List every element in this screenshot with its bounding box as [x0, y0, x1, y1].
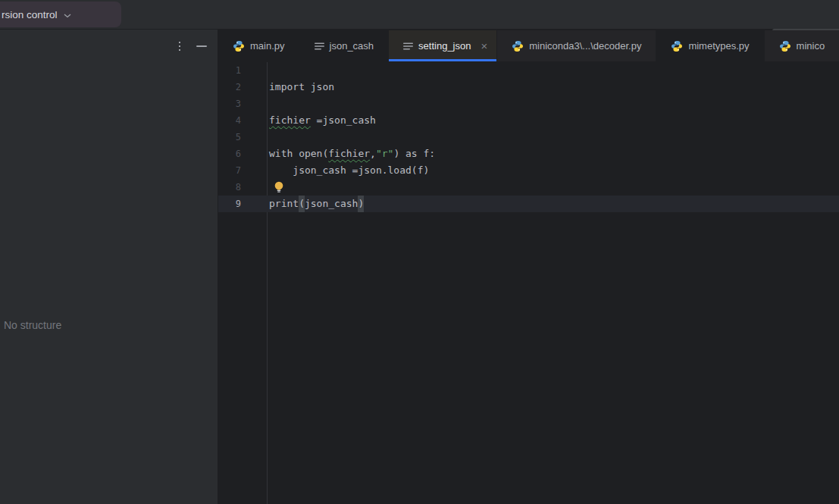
version-control-label: rsion control	[2, 9, 58, 20]
line-number: 2	[218, 79, 267, 95]
line-content: import json	[267, 79, 334, 95]
line-number: 1	[218, 62, 267, 79]
tab-label: mimetypes.py	[688, 40, 749, 52]
ide-window: rsion control No structure main.pyjson_c…	[0, 0, 839, 504]
line-content	[267, 95, 269, 112]
line-content	[267, 179, 284, 196]
line-content: json_cash =json.load(f)	[267, 162, 429, 179]
code-segment: json_cash =json.load(f)	[269, 162, 429, 179]
editor-area: main.pyjson_cashsetting_json×miniconda3\…	[218, 29, 839, 504]
lightbulb-icon[interactable]	[274, 181, 284, 194]
line-content: print(json_cash)	[267, 196, 364, 212]
line-number: 5	[218, 129, 267, 146]
line-number: 4	[218, 112, 267, 129]
python-icon	[233, 40, 245, 52]
code-segment: json_cash	[305, 196, 358, 212]
code-segment-brace: (	[299, 196, 305, 212]
text-file-icon	[403, 42, 413, 51]
line-number: 7	[218, 162, 267, 179]
line-content: fichier =json_cash	[267, 112, 376, 129]
code-segment-squiggle: fichier	[269, 112, 311, 129]
code-line-6[interactable]: 6with open(fichier,"r") as f:	[218, 146, 839, 162]
code-line-1[interactable]: 1	[218, 62, 839, 79]
minimize-icon[interactable]	[196, 45, 207, 47]
tab-label: miniconda3\...\decoder.py	[529, 40, 641, 52]
tab-json-cash[interactable]: json_cash	[300, 30, 389, 61]
line-number: 8	[218, 179, 267, 196]
code-segment: =json_cash	[311, 112, 376, 129]
python-icon	[779, 40, 791, 52]
tab-bar: main.pyjson_cashsetting_json×miniconda3\…	[218, 30, 839, 61]
kebab-menu-icon[interactable]	[176, 39, 184, 55]
code-line-7[interactable]: 7 json_cash =json.load(f)	[218, 162, 839, 179]
python-icon	[671, 40, 683, 52]
tab-label: main.py	[250, 40, 285, 52]
tab-mimetypes-py[interactable]: mimetypes.py	[656, 30, 763, 61]
python-icon	[512, 40, 524, 52]
code-editor[interactable]: 12import json34fichier =json_cash56with …	[218, 62, 839, 212]
code-line-5[interactable]: 5	[218, 129, 839, 146]
tab-main-py[interactable]: main.py	[218, 30, 299, 61]
code-segment-brace: )	[358, 196, 364, 212]
line-number: 3	[218, 95, 267, 112]
tab-label: minico	[797, 40, 825, 52]
tab-label: json_cash	[330, 40, 374, 52]
close-icon[interactable]: ×	[479, 40, 489, 52]
panel-actions	[176, 30, 211, 63]
structure-tool-window: No structure	[0, 30, 218, 504]
line-content	[267, 62, 269, 79]
main-toolbar: rsion control	[0, 0, 839, 29]
code-segment: ,	[370, 146, 376, 162]
code-line-9[interactable]: 9print(json_cash)	[218, 196, 839, 212]
tab-miniconda3-decoder-py[interactable]: miniconda3\...\decoder.py	[497, 30, 656, 61]
code-segment: print	[269, 196, 299, 212]
text-file-icon	[315, 42, 324, 51]
code-line-4[interactable]: 4fichier =json_cash	[218, 112, 839, 129]
code-segment: with open(	[269, 146, 328, 162]
code-segment-squiggle: fichier	[328, 146, 370, 162]
code-line-8[interactable]: 8	[218, 179, 839, 196]
code-line-2[interactable]: 2import json	[218, 79, 839, 95]
code-segment: ) as f:	[393, 146, 435, 162]
tab-label: setting_json	[418, 40, 471, 52]
line-number: 6	[218, 146, 267, 162]
line-number: 9	[218, 196, 267, 212]
tab-setting-json[interactable]: setting_json×	[389, 30, 496, 61]
code-line-3[interactable]: 3	[218, 95, 839, 112]
line-content	[267, 129, 269, 146]
version-control-widget[interactable]: rsion control	[2, 0, 71, 29]
code-segment: import json	[269, 79, 334, 95]
code-segment-string: "r"	[376, 146, 393, 162]
chevron-down-icon	[64, 9, 71, 20]
line-content: with open(fichier,"r") as f:	[267, 146, 435, 162]
structure-empty-text: No structure	[4, 319, 61, 331]
tab-minico[interactable]: minico	[765, 30, 839, 61]
